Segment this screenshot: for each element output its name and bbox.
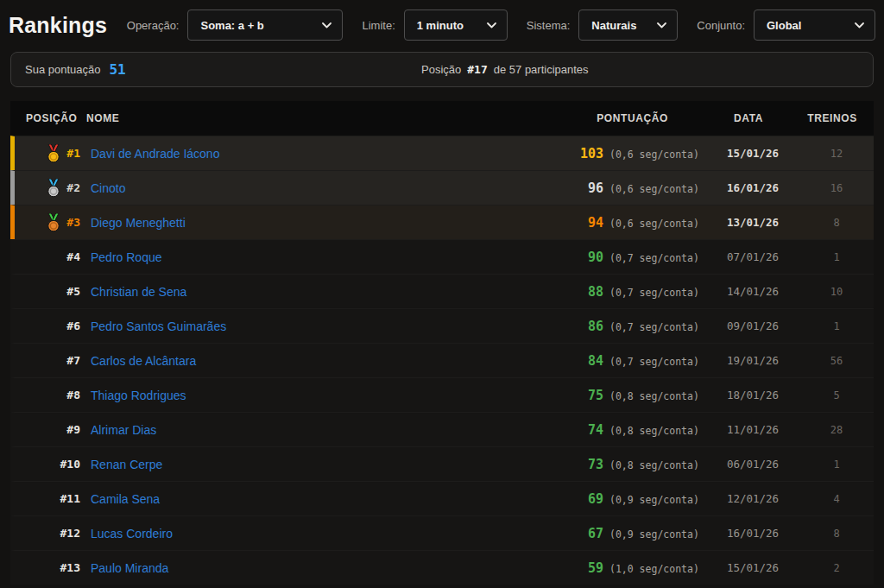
score-cell: 73 (0,8 seg/conta) [488, 457, 705, 472]
rank-number: #5 [66, 285, 80, 298]
limit-select[interactable]: 1 minuto [404, 9, 508, 41]
date-value: 12/01/26 [705, 492, 800, 505]
score-pace: (0,6 seg/conta) [609, 149, 699, 161]
name-cell: Diego Meneghetti [91, 215, 488, 231]
date-value: 07/01/26 [705, 250, 800, 263]
score-value: 103 [488, 146, 603, 161]
score-cell: 69 (0,9 seg/conta) [488, 491, 705, 507]
table-body: #1 Davi de Andrade Iácono 103 (0,6 seg/c… [10, 136, 874, 585]
player-name-link[interactable]: Christian de Sena [91, 285, 186, 299]
date-value: 09/01/26 [705, 319, 800, 332]
rank-cell: #4 [10, 250, 91, 263]
system-select[interactable]: Naturais [578, 9, 678, 41]
rank-cell: #11 [10, 492, 91, 505]
chevron-down-icon [322, 22, 332, 28]
rank-cell: #6 [10, 319, 91, 332]
score-pace: (0,7 seg/conta) [609, 356, 699, 368]
trainings-value: 1 [800, 251, 878, 263]
bronze-medal-icon [46, 213, 61, 232]
player-name-link[interactable]: Cinoto [91, 181, 125, 195]
score-cell: 90 (0,7 seg/conta) [488, 250, 705, 265]
rank-number: #10 [60, 458, 80, 471]
rank-cell: #2 [10, 179, 91, 198]
score-cell: 59 (1,0 seg/conta) [488, 560, 705, 576]
name-cell: Alrimar Dias [91, 422, 488, 438]
score-pace: (0,6 seg/conta) [609, 183, 699, 195]
rank-number: #4 [66, 250, 80, 263]
trainings-value: 4 [800, 493, 878, 505]
name-cell: Cinoto [91, 180, 488, 196]
player-name-link[interactable]: Pedro Santos Guimarães [91, 319, 226, 333]
chevron-down-icon [487, 22, 496, 28]
name-cell: Carlos de Alcântara [91, 353, 488, 369]
player-name-link[interactable]: Davi de Andrade Iácono [91, 147, 219, 161]
score-pace: (0,8 seg/conta) [609, 459, 699, 471]
trainings-value: 16 [800, 182, 878, 194]
player-name-link[interactable]: Lucas Cordeiro [91, 527, 173, 541]
filter-group-set: Conjunto: Global [697, 9, 875, 41]
name-cell: Christian de Sena [91, 284, 488, 300]
score-summary-bar: Sua pontuação 51 Posição #17 de 57 parti… [10, 52, 874, 87]
name-cell: Thiago Rodrigues [91, 388, 488, 403]
table-row: #6 Pedro Santos Guimarães 86 (0,7 seg/co… [10, 308, 874, 343]
table-row: #1 Davi de Andrade Iácono 103 (0,6 seg/c… [10, 136, 874, 170]
score-pace: (0,6 seg/conta) [609, 218, 699, 230]
trainings-value: 56 [800, 355, 878, 367]
date-value: 06/01/26 [705, 458, 800, 471]
set-select-value: Global [767, 19, 843, 32]
score-pace: (0,8 seg/conta) [609, 425, 699, 437]
player-name-link[interactable]: Paulo Miranda [91, 561, 168, 575]
header-name: NOME [86, 112, 483, 124]
score-value: 69 [488, 491, 603, 507]
player-name-link[interactable]: Pedro Roque [91, 250, 162, 264]
system-label: Sistema: [527, 19, 571, 32]
score-value: 67 [488, 526, 603, 541]
page-title: Rankings [9, 13, 107, 38]
name-cell: Camila Sena [91, 491, 488, 507]
score-pace: (0,9 seg/conta) [609, 494, 699, 506]
score-cell: 103 (0,6 seg/conta) [488, 146, 705, 161]
table-row: #5 Christian de Sena 88 (0,7 seg/conta) … [10, 274, 874, 308]
name-cell: Lucas Cordeiro [91, 526, 488, 541]
header-trainings: TREINOS [796, 112, 874, 124]
set-select[interactable]: Global [754, 9, 875, 41]
table-row: #9 Alrimar Dias 74 (0,8 seg/conta) 11/01… [10, 412, 874, 446]
chevron-down-icon [855, 22, 864, 28]
position-label: Posição [421, 63, 461, 76]
player-name-link[interactable]: Renan Cerpe [91, 458, 162, 471]
player-name-link[interactable]: Camila Sena [91, 492, 160, 506]
player-name-link[interactable]: Diego Meneghetti [91, 216, 186, 230]
score-value: 86 [488, 319, 603, 334]
player-name-link[interactable]: Alrimar Dias [91, 423, 156, 437]
score-cell: 96 (0,6 seg/conta) [488, 180, 705, 196]
filter-group-limit: Limite: 1 minuto [362, 9, 507, 41]
trainings-value: 28 [800, 424, 878, 436]
score-value: 73 [488, 457, 603, 472]
player-name-link[interactable]: Thiago Rodrigues [91, 389, 186, 402]
trainings-value: 5 [800, 389, 878, 401]
rank-cell: #12 [10, 527, 91, 540]
header-date: DATA [701, 112, 796, 124]
score-cell: 86 (0,7 seg/conta) [488, 319, 705, 334]
trainings-value: 8 [800, 528, 878, 540]
table-row: #12 Lucas Cordeiro 67 (0,9 seg/conta) 16… [10, 515, 874, 550]
score-pace: (0,8 seg/conta) [609, 390, 699, 402]
date-value: 14/01/26 [705, 285, 800, 298]
operation-select[interactable]: Soma: a + b [187, 9, 343, 41]
rank-cell: #13 [10, 561, 91, 574]
table-row: #2 Cinoto 96 (0,6 seg/conta) 16/01/26 16 [10, 170, 874, 205]
player-name-link[interactable]: Carlos de Alcântara [91, 354, 196, 368]
rank-cell: #1 [10, 144, 91, 163]
rank-number: #1 [66, 147, 80, 160]
date-value: 15/01/26 [705, 561, 800, 574]
name-cell: Pedro Roque [91, 250, 488, 265]
score-cell: 88 (0,7 seg/conta) [488, 284, 705, 300]
score-value: 59 [488, 560, 603, 576]
limit-label: Limite: [362, 19, 395, 32]
rank-number: #11 [60, 492, 80, 505]
score-cell: 67 (0,9 seg/conta) [488, 526, 705, 541]
rank-number: #8 [66, 389, 80, 401]
operation-label: Operação: [127, 19, 180, 32]
filter-group-system: Sistema: Naturais [527, 9, 679, 41]
score-cell: 84 (0,7 seg/conta) [488, 353, 705, 369]
